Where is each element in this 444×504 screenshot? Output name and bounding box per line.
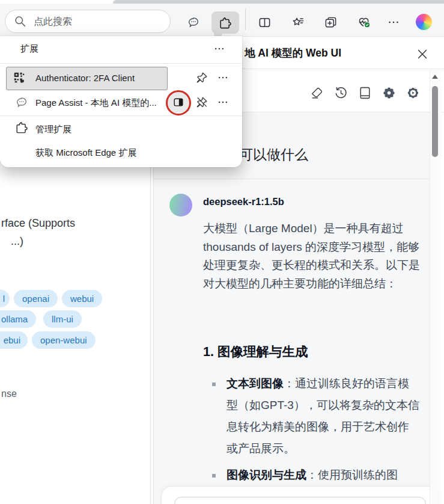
page-text-fragment: rface (Supports <box>1 217 75 230</box>
search-box[interactable] <box>5 10 171 33</box>
bullet-lead: 文本到图像 <box>227 377 284 390</box>
page-text-fragment: ...) <box>11 235 23 248</box>
browser-window: rface (Supports ...) l openai webui olla… <box>0 0 444 504</box>
puzzle-icon <box>219 16 232 29</box>
model-avatar <box>169 194 192 217</box>
message-divider <box>154 179 430 179</box>
browser-toolbar <box>0 0 444 37</box>
row-more-icon[interactable] <box>217 70 235 85</box>
puzzle-icon <box>15 121 28 134</box>
chat-input-area <box>161 486 439 504</box>
manage-extensions-item[interactable]: 管理扩展 <box>35 124 71 135</box>
unpin-icon[interactable] <box>195 96 208 109</box>
settings-flower-icon[interactable] <box>381 85 397 101</box>
browser-essentials-icon[interactable] <box>353 12 374 32</box>
extensions-button[interactable] <box>211 11 239 34</box>
settings-gear-icon[interactable] <box>405 85 421 101</box>
close-icon[interactable] <box>415 46 430 62</box>
get-extensions-item[interactable]: 获取 Microsoft Edge 扩展 <box>35 147 136 159</box>
collections-icon[interactable] <box>320 12 341 32</box>
qr-code-icon <box>13 71 26 84</box>
extensions-menu-title: 扩展 <box>20 43 38 55</box>
section-heading: 1. 图像理解与生成 <box>203 343 308 360</box>
tab-strip-edge <box>113 0 444 4</box>
annotation-red-circle <box>166 90 191 115</box>
tag-pill[interactable]: webui <box>62 290 102 307</box>
copilot-icon[interactable] <box>416 14 432 30</box>
bullet-marker <box>212 383 216 386</box>
tag-pill[interactable]: openai <box>14 290 58 307</box>
tag-pill[interactable]: ollama <box>0 310 36 328</box>
window-edge <box>0 0 113 4</box>
bullet-text: ：使用预训练的图 <box>306 469 398 481</box>
tag-pill[interactable]: open-webui <box>32 331 96 349</box>
menu-more-icon[interactable] <box>210 41 228 57</box>
menu-divider <box>0 63 242 64</box>
extensions-menu: 扩展 Authenticator: 2FA Client Page Assist… <box>0 36 242 167</box>
panel-toolbar <box>309 85 421 101</box>
user-question: 可以做什么 <box>239 146 308 164</box>
bullet-item: 文本到图像：通过训练良好的语言模型（如GPT-3），可以将复杂的文本信息转化为精… <box>227 373 420 459</box>
eraser-icon[interactable] <box>309 85 325 101</box>
split-screen-icon[interactable] <box>254 12 275 32</box>
menu-divider <box>0 115 242 116</box>
bullet-marker <box>212 474 216 478</box>
tag-pill[interactable]: llm-ui <box>43 310 82 328</box>
history-icon[interactable] <box>333 85 349 101</box>
tag-pill[interactable]: ebui <box>0 331 28 349</box>
model-name: deepseek-r1:1.5b <box>203 196 284 207</box>
row-more-icon[interactable] <box>217 94 235 110</box>
panel-scrollbar[interactable] <box>430 69 440 504</box>
chat-bubble-icon[interactable] <box>183 12 204 32</box>
bullet-lead: 图像识别与生成 <box>227 469 306 481</box>
tag-pill[interactable]: l <box>0 290 10 307</box>
notebook-icon[interactable] <box>357 85 373 101</box>
scroll-up-arrow[interactable] <box>432 75 438 79</box>
favorites-star-icon[interactable] <box>287 12 308 32</box>
search-input[interactable] <box>32 16 166 28</box>
extension-label: Authenticator: 2FA Client <box>35 73 135 83</box>
chat-input[interactable] <box>174 497 426 504</box>
bullet-item: 图像识别与生成：使用预训练的图 <box>227 464 420 486</box>
search-icon <box>14 15 26 28</box>
extension-label: Page Assist - 本地 AI 模型的... <box>35 97 157 109</box>
toolbar-divider <box>245 9 246 30</box>
message-paragraph: 大模型（Large Model）是一种具有超过 thousands of lay… <box>203 220 423 293</box>
chat-content: 可以做什么 deepseek-r1:1.5b 大模型（Large Model）是… <box>154 112 430 504</box>
pin-icon[interactable] <box>195 71 208 84</box>
page-text-fragment: nse <box>1 389 17 399</box>
panel-title: 地 AI 模型的 Web UI <box>245 46 341 60</box>
more-options-icon[interactable] <box>383 12 404 32</box>
page-assist-bubble-icon <box>15 96 28 109</box>
scrollbar-thumb[interactable] <box>432 86 438 157</box>
